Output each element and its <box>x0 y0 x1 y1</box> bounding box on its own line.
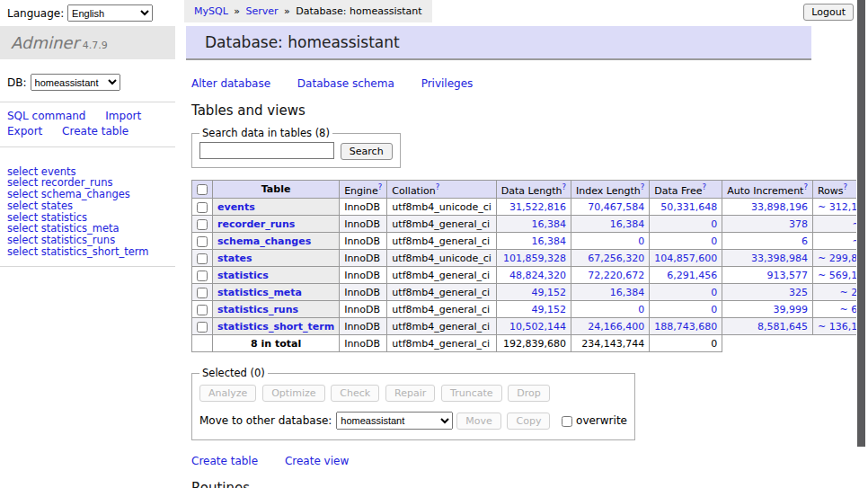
sidebar-item-select-statistics-runs[interactable]: select statistics_runs <box>7 235 168 246</box>
index-length-value[interactable]: 70,467,584 <box>571 199 650 216</box>
language-select[interactable]: English <box>67 4 153 22</box>
breadcrumb-server-link[interactable]: Server <box>246 5 279 17</box>
column-header-auto-increment: Auto Increment? <box>722 180 813 199</box>
index-length-value[interactable]: 0 <box>571 233 650 250</box>
auto-increment-value[interactable]: 33,398,984 <box>722 250 813 267</box>
repair-button[interactable]: Repair <box>385 385 435 402</box>
data-length-value[interactable]: 49,152 <box>496 284 571 301</box>
auto-increment-value[interactable]: 33,898,196 <box>722 199 813 216</box>
data-free-value[interactable]: 104,857,600 <box>650 250 722 267</box>
data-free-value[interactable]: 6,291,456 <box>650 267 722 284</box>
data-free-value[interactable]: 50,331,648 <box>650 199 722 216</box>
table-name-link[interactable]: recorder_runs <box>217 218 295 230</box>
table-name-link[interactable]: statistics_runs <box>217 304 298 315</box>
data-length-value[interactable]: 31,522,816 <box>496 199 571 216</box>
sidebar-item-select-schema-changes[interactable]: select schema_changes <box>7 189 168 200</box>
row-checkbox[interactable] <box>197 271 208 281</box>
select-all-checkbox[interactable] <box>197 184 208 195</box>
auto-increment-value[interactable]: 6 <box>722 233 813 250</box>
analyze-button[interactable]: Analyze <box>199 385 256 402</box>
index-length-value[interactable]: 16,384 <box>571 284 650 301</box>
row-checkbox[interactable] <box>197 236 208 247</box>
data-length-value[interactable]: 49,152 <box>496 301 571 318</box>
create-view-link[interactable]: Create view <box>285 455 349 467</box>
data-length-value[interactable]: 16,384 <box>496 216 571 233</box>
breadcrumb-mysql-link[interactable]: MySQL <box>194 5 228 17</box>
sidebar-link-import[interactable]: Import <box>105 110 141 122</box>
column-header-data-length: Data Length? <box>496 180 571 199</box>
data-free-value[interactable]: 0 <box>650 233 722 250</box>
sidebar-link-create-table[interactable]: Create table <box>62 125 128 138</box>
database-schema-link[interactable]: Database schema <box>297 77 394 90</box>
data-length-value[interactable]: 48,824,320 <box>496 267 571 284</box>
app-name[interactable]: Adminer <box>11 33 79 52</box>
optimize-button[interactable]: Optimize <box>262 385 324 402</box>
column-header-collation: Collation? <box>387 180 496 199</box>
table-name-link[interactable]: statistics_meta <box>217 287 302 298</box>
data-length-value[interactable]: 10,502,144 <box>496 318 571 335</box>
auto-increment-value[interactable]: 39,999 <box>722 301 813 318</box>
data-length-value[interactable]: 16,384 <box>496 233 571 250</box>
move-button[interactable]: Move <box>456 413 501 430</box>
create-table-link[interactable]: Create table <box>191 455 258 467</box>
index-length-value[interactable]: 0 <box>571 301 650 318</box>
table-total-row: 8 in total InnoDB utf8mb4_general_ci 192… <box>192 335 868 352</box>
sidebar-link-export[interactable]: Export <box>7 125 42 138</box>
collation-help-link[interactable]: ? <box>436 182 440 191</box>
db-select[interactable]: homeassistant <box>31 74 120 91</box>
auto-increment-value[interactable]: 8,581,645 <box>722 318 813 335</box>
table-row: statistics_short_term InnoDB utf8mb4_gen… <box>192 318 868 335</box>
sidebar-link-sql-command[interactable]: SQL command <box>7 110 85 122</box>
table-name-link[interactable]: events <box>217 201 255 213</box>
logout-button[interactable]: Logout <box>803 4 854 21</box>
collation-cell: utf8mb4_general_ci <box>387 233 496 250</box>
data-length-value[interactable]: 101,859,328 <box>496 250 571 267</box>
move-database-select[interactable]: homeassistant <box>336 412 453 430</box>
sidebar-item-select-states[interactable]: select states <box>7 200 168 212</box>
data-free-help-link[interactable]: ? <box>702 182 706 191</box>
table-row: events InnoDB utf8mb4_unicode_ci 31,522,… <box>192 199 868 216</box>
data-length-help-link[interactable]: ? <box>562 182 567 191</box>
data-free-value[interactable]: 188,743,680 <box>650 318 722 335</box>
total-data-free: 0 <box>650 335 722 352</box>
sidebar-item-select-statistics-short-term[interactable]: select statistics_short_term <box>7 246 168 258</box>
scrollbar-thumb[interactable] <box>857 0 865 447</box>
privileges-link[interactable]: Privileges <box>421 77 474 90</box>
sidebar-menu-links: SQL command Import Export Create table <box>0 102 175 147</box>
table-name-link[interactable]: schema_changes <box>217 235 311 247</box>
index-length-value[interactable]: 24,166,400 <box>571 318 650 335</box>
row-checkbox[interactable] <box>197 219 208 230</box>
table-row: recorder_runs InnoDB utf8mb4_general_ci … <box>192 216 868 233</box>
row-checkbox[interactable] <box>197 288 208 298</box>
copy-button[interactable]: Copy <box>507 413 550 430</box>
check-button[interactable]: Check <box>331 385 379 402</box>
row-checkbox[interactable] <box>197 305 208 315</box>
drop-button[interactable]: Drop <box>508 385 549 402</box>
row-checkbox[interactable] <box>197 253 208 264</box>
engine-help-link[interactable]: ? <box>378 182 383 191</box>
index-length-help-link[interactable]: ? <box>641 182 645 191</box>
alter-database-link[interactable]: Alter database <box>191 77 270 90</box>
table-name-link[interactable]: states <box>217 253 252 264</box>
rows-help-link[interactable]: ? <box>844 182 848 191</box>
main-content: Alter database Database schema Privilege… <box>191 60 838 488</box>
overwrite-checkbox[interactable] <box>562 416 572 427</box>
auto-increment-value[interactable]: 325 <box>722 284 813 301</box>
truncate-button[interactable]: Truncate <box>441 385 501 402</box>
table-name-link[interactable]: statistics <box>217 270 269 281</box>
auto-increment-value[interactable]: 378 <box>722 216 813 233</box>
search-button[interactable]: Search <box>341 143 393 160</box>
row-checkbox[interactable] <box>197 202 208 213</box>
index-length-value[interactable]: 72,220,672 <box>571 267 650 284</box>
data-free-value[interactable]: 0 <box>650 284 722 301</box>
data-free-value[interactable]: 0 <box>650 301 722 318</box>
data-free-value[interactable]: 0 <box>650 216 722 233</box>
table-row: statistics InnoDB utf8mb4_general_ci 48,… <box>192 267 868 284</box>
auto-increment-help-link[interactable]: ? <box>803 182 808 191</box>
auto-increment-value[interactable]: 913,577 <box>722 267 813 284</box>
search-input[interactable] <box>199 142 334 159</box>
index-length-value[interactable]: 67,256,320 <box>571 250 650 267</box>
row-checkbox[interactable] <box>197 322 208 333</box>
table-name-link[interactable]: statistics_short_term <box>217 321 334 333</box>
index-length-value[interactable]: 16,384 <box>571 216 650 233</box>
